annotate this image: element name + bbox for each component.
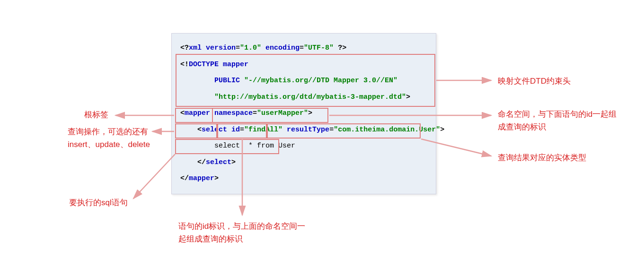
code-line-doctype-3: "http://mybatis.org/dtd/mybatis-3-mapper… xyxy=(180,89,427,106)
code-line-mapper-close: </mapper> xyxy=(180,171,427,187)
ann-result-type: 查询结果对应的实体类型 xyxy=(498,151,586,164)
code-line-select-close: </select> xyxy=(180,155,427,171)
code-line-doctype-1: <!DOCTYPE mapper xyxy=(180,57,427,73)
code-box: <?xml version="1.0" encoding="UTF-8" ?> … xyxy=(171,33,436,194)
ann-root-tag: 根标签 xyxy=(84,108,108,121)
svg-line-5 xyxy=(133,154,175,199)
ann-crud: 查询操作，可选的还有insert、update、delete xyxy=(68,125,169,151)
code-line-xml-decl: <?xml version="1.0" encoding="UTF-8" ?> xyxy=(180,40,427,57)
ann-dtd-header: 映射文件DTD约束头 xyxy=(498,75,571,87)
ann-stmt-id: 语句的id标识，与上面的命名空间一起组成查询的标识 xyxy=(178,220,311,245)
code-line-doctype-2: PUBLIC "-//mybatis.org//DTD Mapper 3.0//… xyxy=(180,73,427,89)
ann-sql: 要执行的sql语句 xyxy=(69,196,128,209)
code-line-sql: select * from User xyxy=(180,138,427,155)
ann-namespace: 命名空间，与下面语句的id一起组成查询的标识 xyxy=(498,108,621,133)
code-line-select-open: <select id="findAll" resultType="com.ith… xyxy=(180,122,427,139)
code-line-mapper-open: <mapper namespace="userMapper"> xyxy=(180,105,427,122)
